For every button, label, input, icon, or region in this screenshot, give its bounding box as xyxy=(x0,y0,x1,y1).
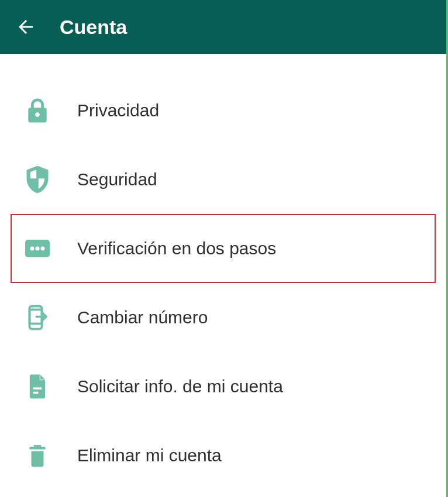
menu-item-request-account-info[interactable]: Solicitar info. de mi cuenta xyxy=(0,352,446,421)
svg-point-1 xyxy=(30,247,35,251)
trash-icon xyxy=(25,443,50,468)
menu-item-label: Seguridad xyxy=(77,170,157,189)
back-button[interactable] xyxy=(14,15,37,39)
document-icon xyxy=(25,374,50,399)
svg-rect-7 xyxy=(33,392,39,394)
menu-item-privacy[interactable]: Privacidad xyxy=(0,76,446,145)
svg-point-3 xyxy=(41,247,45,251)
phone-transfer-icon xyxy=(25,305,50,330)
svg-rect-6 xyxy=(33,387,42,389)
page-title: Cuenta xyxy=(60,16,127,39)
menu-item-change-number[interactable]: Cambiar número xyxy=(0,283,446,352)
lock-icon xyxy=(25,98,50,123)
menu-item-label: Solicitar info. de mi cuenta xyxy=(77,377,283,396)
app-header: Cuenta xyxy=(0,0,446,54)
shield-icon xyxy=(25,167,50,192)
menu-item-label: Privacidad xyxy=(77,101,159,120)
menu-item-delete-account[interactable]: Eliminar mi cuenta xyxy=(0,421,446,490)
menu-item-label: Verificación en dos pasos xyxy=(77,239,276,258)
dots-card-icon xyxy=(25,236,50,261)
menu-item-two-step-verification[interactable]: Verificación en dos pasos xyxy=(11,214,436,283)
menu-item-security[interactable]: Seguridad xyxy=(0,145,446,214)
svg-point-2 xyxy=(36,247,40,251)
menu-item-label: Cambiar número xyxy=(77,308,208,327)
menu-item-label: Eliminar mi cuenta xyxy=(77,446,222,465)
account-menu: Privacidad Seguridad V xyxy=(0,54,446,490)
arrow-left-icon xyxy=(15,16,36,37)
